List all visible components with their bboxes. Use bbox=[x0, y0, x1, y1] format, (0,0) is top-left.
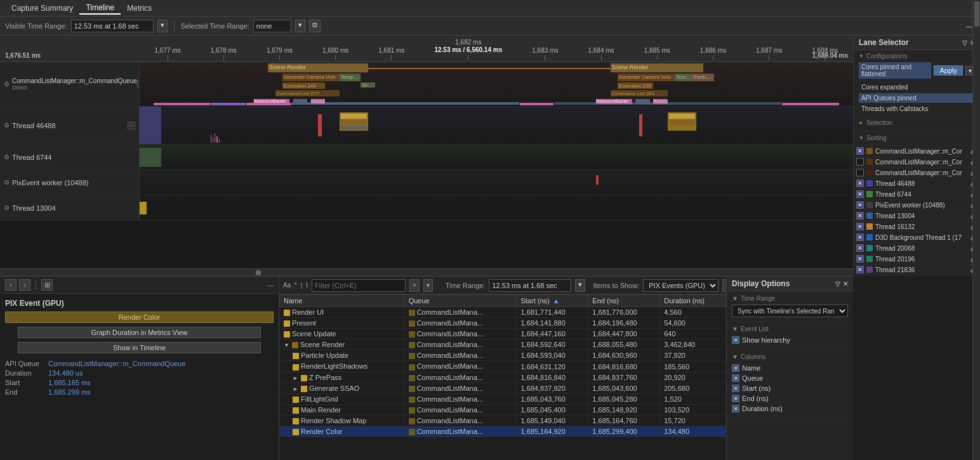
col-duration[interactable]: Duration (ns) bbox=[660, 295, 726, 307]
lane-checkbox-6[interactable]: ✕ bbox=[856, 212, 864, 220]
events-filter-input[interactable] bbox=[312, 279, 406, 292]
do-time-range-title[interactable]: ▼ Time Range bbox=[732, 295, 848, 302]
timeline-content-thread46488[interactable] bbox=[140, 107, 853, 144]
lane-selector-filter-btn[interactable]: ▽ bbox=[962, 39, 967, 46]
sharpe-left[interactable]: Sharpe bbox=[361, 82, 374, 88]
lane-item-7[interactable]: ✕ Thread 16132 🔗 bbox=[854, 221, 980, 232]
table-row[interactable]: FillLightGrid CommandListMana... 1,685,0… bbox=[280, 393, 726, 404]
do-columns-title[interactable]: ▼ Columns bbox=[732, 353, 848, 360]
sorting-title[interactable]: ▼ Sorting bbox=[859, 135, 975, 141]
cmdlist-284[interactable]: Command List 284 bbox=[611, 90, 668, 96]
col-end-checkbox[interactable]: ✕ bbox=[732, 395, 739, 402]
timeline-label-pixevent[interactable]: ⚙ PixEvent worker (10488) bbox=[0, 170, 140, 195]
nav-next-btn[interactable]: › bbox=[19, 279, 30, 291]
lane-item-10[interactable]: ✕ Thread 20196 🔗 bbox=[854, 254, 980, 265]
cmdlist-277[interactable]: Command List 277 bbox=[275, 90, 340, 96]
timeline-content-thread13004[interactable] bbox=[140, 195, 853, 220]
lane-checkbox-11[interactable]: ✕ bbox=[856, 266, 864, 273]
lane-item-3[interactable]: ✕ Thread 46488 🔗 bbox=[854, 178, 980, 189]
lane-item-11[interactable]: ✕ Thread 21836 🔗 bbox=[854, 265, 980, 275]
do-col-name[interactable]: ✕ Name bbox=[732, 363, 848, 373]
table-row[interactable]: Scene Update CommandListMana... 1,684,44… bbox=[280, 329, 726, 339]
lane-checkbox-0[interactable]: ✕ bbox=[856, 147, 864, 155]
selected-range-input[interactable] bbox=[253, 20, 291, 32]
visible-range-dropdown[interactable]: ▾ bbox=[157, 20, 168, 32]
nav-prev-btn[interactable]: ‹ bbox=[5, 279, 17, 291]
lane-item-4[interactable]: ✕ Thread 6744 🔗 bbox=[854, 189, 980, 200]
resource-barrier-r2[interactable] bbox=[635, 99, 649, 104]
nav-metrics[interactable]: Metrics bbox=[121, 3, 158, 14]
resource-barrier-2[interactable] bbox=[293, 99, 307, 104]
display-options-filter-btn[interactable]: ▽ bbox=[835, 280, 840, 287]
col-name[interactable]: Name bbox=[280, 295, 405, 307]
events-filter-dropdown[interactable]: ▾ bbox=[423, 279, 433, 292]
nav-timeline[interactable]: Timeline bbox=[79, 2, 121, 15]
col-queue-checkbox[interactable]: ✕ bbox=[732, 374, 739, 382]
configurations-title[interactable]: ▼ Configurations bbox=[859, 53, 975, 60]
gen-camera-velo-right[interactable]: Generate Camera Velo bbox=[618, 74, 675, 81]
config-item-2[interactable]: API Queues pinned bbox=[859, 93, 975, 103]
col-end[interactable]: End (ns) bbox=[588, 295, 660, 307]
show-hierarchy-checkbox[interactable]: ✕ bbox=[732, 336, 739, 344]
lane-item-1[interactable]: CommandListManager::m_Cor 🔗 bbox=[854, 157, 980, 168]
lane-checkbox-7[interactable]: ✕ bbox=[856, 223, 864, 230]
config-item-1[interactable]: Cores expanded bbox=[859, 82, 975, 92]
t46-block1[interactable] bbox=[340, 112, 368, 131]
timeline-label-thread13004[interactable]: ⚙ Thread 13004 bbox=[0, 195, 140, 220]
gen-camera-velo-left[interactable]: Generate Camera Velo bbox=[282, 74, 340, 81]
do-col-duration[interactable]: ✕ Duration (ns) bbox=[732, 404, 848, 414]
selection-title[interactable]: ► Selection bbox=[859, 119, 975, 126]
table-row[interactable]: Present CommandListMana... 1,684,141,880… bbox=[280, 318, 726, 329]
timeline-scrollbar[interactable] bbox=[0, 268, 853, 276]
lane-item-12[interactable]: ✕ D3D Background Thread 3 (26 🔗 bbox=[854, 275, 980, 276]
table-row[interactable]: ►Z PrePass CommandListMana... 1,684,816,… bbox=[280, 372, 726, 383]
lane-checkbox-10[interactable]: ✕ bbox=[856, 255, 864, 263]
scene-render-block-left[interactable]: Scene Render bbox=[268, 63, 368, 72]
exec-255[interactable]: Execution 255 bbox=[618, 82, 653, 89]
config-item-3[interactable]: Threads with Callstacks bbox=[859, 104, 975, 114]
exec-249[interactable]: Execution 249 bbox=[282, 82, 325, 89]
lane-checkbox-8[interactable]: ✕ bbox=[856, 233, 864, 241]
table-row[interactable]: ▼Scene Render CommandListMana... 1,684,5… bbox=[280, 339, 726, 350]
graph-duration-btn[interactable]: Graph Duration in Metrics View bbox=[18, 327, 261, 338]
lane-checkbox-5[interactable]: ✕ bbox=[856, 201, 864, 209]
expand-arrow[interactable]: ► bbox=[293, 386, 298, 392]
timeline-content-cmdlist[interactable]: Scene Render Generate Camera Velo Tempor… bbox=[140, 62, 853, 106]
lane-scrollbar[interactable] bbox=[972, 0, 980, 460]
lane-item-8[interactable]: ✕ D3D Background Thread 1 (17 🔗 bbox=[854, 232, 980, 243]
temporai-right[interactable]: Temporai bbox=[675, 74, 692, 81]
do-time-range-select[interactable]: Sync with Timeline's Selected Range bbox=[732, 305, 848, 317]
col-duration-checkbox[interactable]: ✕ bbox=[732, 405, 739, 412]
table-row[interactable]: Render Shadow Map CommandListMana... 1,6… bbox=[280, 415, 726, 426]
resource-barrier-1[interactable]: ResourceBarrier bbox=[254, 99, 289, 104]
do-col-start[interactable]: ✕ Start (ns) bbox=[732, 383, 848, 393]
pix-panel-collapse[interactable]: — bbox=[267, 282, 274, 289]
table-row[interactable]: ►Generate SSAO CommandListMana... 1,684,… bbox=[280, 383, 726, 393]
display-options-close-btn[interactable]: ✕ bbox=[843, 280, 848, 287]
selected-range-dropdown[interactable]: ▾ bbox=[295, 20, 305, 32]
lane-checkbox-1[interactable] bbox=[856, 158, 864, 166]
timeline-content-pixevent[interactable] bbox=[140, 170, 853, 195]
do-show-hierarchy[interactable]: ✕ Show hierarchy bbox=[732, 335, 848, 345]
show-in-timeline-btn[interactable]: Show in Timeline bbox=[18, 342, 261, 353]
particle-render-right[interactable]: Particle Render bbox=[692, 74, 714, 81]
thread46488-collapse[interactable]: □ bbox=[128, 122, 135, 129]
lane-checkbox-2[interactable] bbox=[856, 169, 864, 176]
timeline-scrollbar-thumb[interactable] bbox=[256, 270, 261, 275]
table-row[interactable]: Particle Update CommandListMana... 1,684… bbox=[280, 350, 726, 361]
nav-grid-btn[interactable]: ⊞ bbox=[41, 279, 53, 291]
t46-block2[interactable] bbox=[668, 112, 696, 131]
temporai-left[interactable]: Temporai bbox=[340, 74, 361, 81]
timeline-label-thread46488[interactable]: ⚙ Thread 46488 □ bbox=[0, 107, 140, 144]
events-filter-clear[interactable]: × bbox=[409, 279, 420, 292]
lane-checkbox-3[interactable]: ✕ bbox=[856, 180, 864, 187]
table-row[interactable]: RenderLightShadows CommandListMana... 1,… bbox=[280, 361, 726, 372]
lane-item-5[interactable]: ✕ PixEvent worker (10488) 🔗 bbox=[854, 200, 980, 211]
lane-item-0[interactable]: ✕ CommandListManager::m_Cor 🔗 bbox=[854, 146, 980, 157]
expand-arrow[interactable]: ▼ bbox=[284, 342, 289, 348]
nav-capture-summary[interactable]: Capture Summary bbox=[5, 3, 79, 14]
col-name-checkbox[interactable]: ✕ bbox=[732, 364, 739, 372]
expand-arrow[interactable]: ► bbox=[293, 375, 298, 381]
col-start[interactable]: Start (ns) ▲ bbox=[517, 295, 588, 307]
do-col-end[interactable]: ✕ End (ns) bbox=[732, 393, 848, 404]
